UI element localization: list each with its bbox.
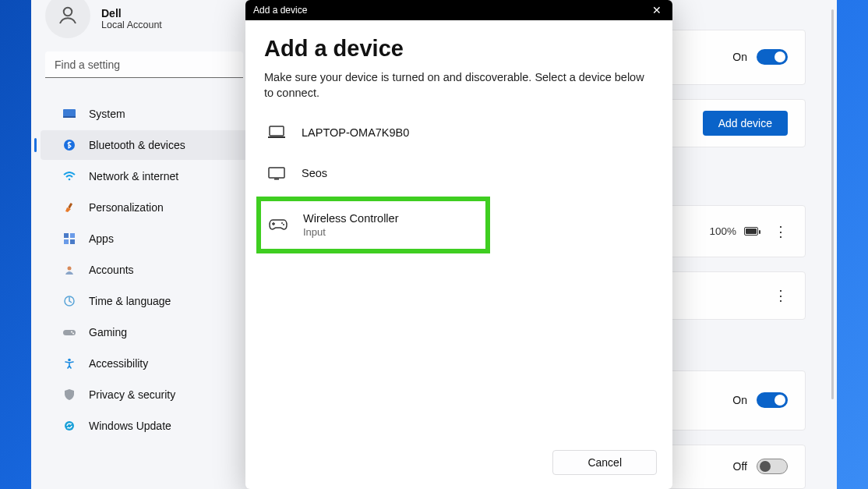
shield-icon bbox=[62, 388, 76, 402]
user-text: Dell Local Account bbox=[101, 7, 162, 30]
sidebar-item-privacy-security[interactable]: Privacy & security bbox=[41, 380, 252, 409]
sidebar-item-bluetooth-devices[interactable]: Bluetooth & devices bbox=[41, 130, 252, 160]
cancel-button[interactable]: Cancel bbox=[552, 450, 657, 475]
paintbrush-icon bbox=[62, 200, 76, 214]
user-account-type: Local Account bbox=[101, 19, 162, 30]
avatar bbox=[45, 0, 90, 38]
add-device-modal: Add a device ✕ Add a device Make sure yo… bbox=[245, 0, 672, 489]
sidebar-item-accessibility[interactable]: Accessibility bbox=[41, 349, 252, 378]
sidebar-item-label: Accounts bbox=[89, 264, 134, 276]
sidebar-item-label: Apps bbox=[89, 232, 114, 245]
svg-rect-9 bbox=[70, 239, 75, 244]
modal-titlebar-text: Add a device bbox=[253, 5, 307, 16]
accessibility-icon bbox=[62, 356, 76, 370]
sidebar-item-time-language[interactable]: Time & language bbox=[41, 286, 252, 316]
toggle-switch[interactable] bbox=[757, 392, 788, 408]
toggle-switch[interactable] bbox=[757, 49, 788, 65]
sidebar-item-label: Windows Update bbox=[89, 420, 171, 432]
svg-rect-20 bbox=[274, 179, 279, 180]
modal-subtitle: Make sure your device is turned on and d… bbox=[264, 69, 646, 101]
modal-titlebar: Add a device ✕ bbox=[245, 0, 672, 20]
battery-block: 100% bbox=[709, 225, 758, 237]
user-block[interactable]: Dell Local Account bbox=[31, 0, 257, 37]
display-icon bbox=[62, 107, 76, 121]
sidebar-item-label: Gaming bbox=[89, 326, 127, 338]
svg-point-15 bbox=[68, 359, 71, 362]
sidebar-item-personalization[interactable]: Personalization bbox=[41, 193, 252, 222]
svg-rect-2 bbox=[63, 116, 76, 118]
svg-rect-17 bbox=[270, 126, 284, 136]
sidebar-item-label: Accessibility bbox=[89, 357, 148, 370]
sidebar-item-apps[interactable]: Apps bbox=[41, 224, 252, 253]
globe-clock-icon bbox=[62, 294, 76, 308]
modal-heading: Add a device bbox=[264, 36, 654, 62]
svg-point-10 bbox=[68, 267, 72, 271]
laptop-icon bbox=[267, 123, 286, 142]
svg-rect-18 bbox=[268, 136, 285, 138]
display-icon bbox=[267, 164, 286, 182]
sidebar-item-label: System bbox=[89, 108, 125, 120]
svg-rect-12 bbox=[63, 330, 76, 335]
svg-rect-6 bbox=[64, 233, 69, 238]
bluetooth-toggle-wrap[interactable]: On bbox=[732, 49, 788, 65]
device-text: LAPTOP-OMA7K9B0 bbox=[302, 126, 409, 139]
modal-footer: Cancel bbox=[245, 439, 672, 489]
sidebar-item-system[interactable]: System bbox=[41, 99, 252, 129]
toggle-wrap-3[interactable]: Off bbox=[733, 459, 788, 474]
toggle-wrap-2[interactable]: On bbox=[732, 392, 788, 408]
wifi-icon bbox=[62, 169, 76, 183]
device-name: Seos bbox=[302, 167, 327, 179]
search-wrap bbox=[31, 37, 257, 78]
device-name: LAPTOP-OMA7K9B0 bbox=[302, 126, 409, 139]
device-row-wireless-controller[interactable]: Wireless Controller Input bbox=[256, 197, 490, 253]
toggle-label: On bbox=[732, 51, 747, 63]
sidebar-item-accounts[interactable]: Accounts bbox=[41, 255, 252, 285]
device-row-laptop[interactable]: LAPTOP-OMA7K9B0 bbox=[264, 112, 654, 153]
device-text: Wireless Controller Input bbox=[303, 212, 398, 238]
device-name: Wireless Controller bbox=[303, 212, 398, 225]
svg-point-13 bbox=[71, 331, 72, 332]
svg-rect-5 bbox=[68, 203, 72, 209]
scrollbar[interactable] bbox=[831, 9, 834, 399]
battery-icon bbox=[744, 227, 758, 236]
search-input[interactable] bbox=[45, 51, 243, 78]
close-icon[interactable]: ✕ bbox=[649, 4, 665, 16]
sidebar-item-label: Privacy & security bbox=[89, 388, 175, 401]
svg-point-21 bbox=[281, 222, 283, 224]
svg-point-22 bbox=[283, 224, 284, 225]
sidebar-item-label: Network & internet bbox=[89, 170, 178, 182]
sidebar-item-gaming[interactable]: Gaming bbox=[41, 317, 252, 347]
accounts-icon bbox=[62, 263, 76, 277]
more-options-button[interactable]: ⋮ bbox=[774, 223, 788, 240]
svg-point-16 bbox=[65, 421, 74, 431]
settings-window: Dell Local Account System Bluetooth & de… bbox=[31, 0, 837, 489]
svg-rect-19 bbox=[269, 168, 284, 178]
toggle-switch[interactable] bbox=[757, 459, 788, 474]
battery-percent: 100% bbox=[709, 225, 736, 237]
toggle-label: Off bbox=[733, 460, 747, 473]
settings-nav: System Bluetooth & devices Network & int… bbox=[31, 98, 257, 441]
add-device-button[interactable]: Add device bbox=[703, 111, 788, 136]
user-name: Dell bbox=[101, 7, 162, 19]
bluetooth-icon bbox=[62, 138, 76, 152]
sidebar-item-label: Bluetooth & devices bbox=[89, 139, 185, 151]
svg-point-14 bbox=[72, 332, 74, 334]
sidebar-item-label: Personalization bbox=[89, 201, 164, 214]
device-row-display[interactable]: Seos bbox=[264, 153, 654, 193]
apps-icon bbox=[62, 232, 76, 246]
device-text: Seos bbox=[302, 167, 327, 179]
more-options-button[interactable]: ⋮ bbox=[774, 287, 788, 304]
person-icon bbox=[56, 4, 79, 27]
gaming-icon bbox=[62, 325, 76, 339]
svg-point-4 bbox=[69, 179, 71, 181]
sidebar-item-network[interactable]: Network & internet bbox=[41, 161, 252, 191]
toggle-label: On bbox=[732, 394, 747, 406]
sidebar-item-windows-update[interactable]: Windows Update bbox=[41, 411, 252, 441]
settings-sidebar: Dell Local Account System Bluetooth & de… bbox=[31, 0, 257, 489]
sidebar-item-label: Time & language bbox=[89, 295, 171, 307]
svg-point-0 bbox=[64, 8, 72, 16]
device-type: Input bbox=[303, 226, 398, 238]
svg-rect-8 bbox=[64, 239, 69, 244]
modal-body: Add a device Make sure your device is tu… bbox=[245, 20, 672, 439]
gamepad-icon bbox=[269, 215, 288, 234]
